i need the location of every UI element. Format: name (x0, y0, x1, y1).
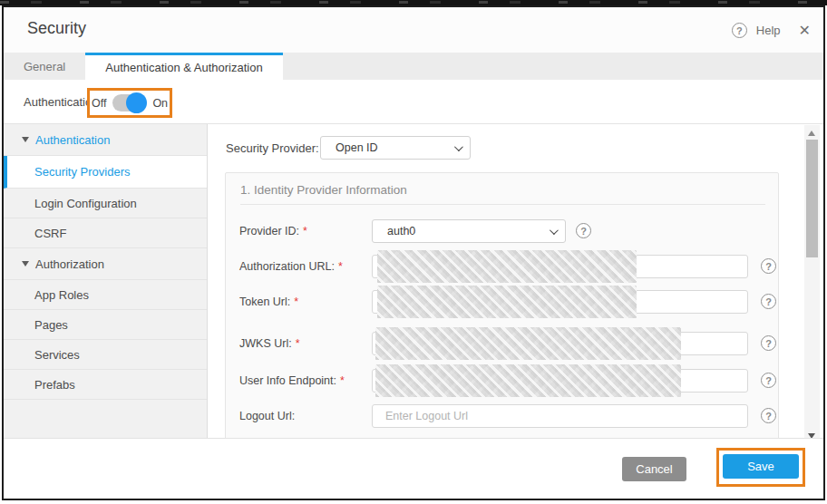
required-marker: * (294, 296, 298, 308)
scroll-up-icon[interactable] (808, 131, 815, 136)
close-icon[interactable]: ✕ (799, 22, 811, 39)
sidebar-group-label: Authentication (35, 133, 110, 147)
authentication-toggle-row: Authentication: Off On (4, 80, 823, 124)
field-help-icon[interactable]: ? (576, 223, 591, 238)
help-label[interactable]: Help (756, 24, 781, 37)
field-help-icon[interactable]: ? (761, 258, 776, 274)
sidebar-group-authentication[interactable]: Authentication (4, 124, 207, 156)
vertical-scrollbar[interactable] (804, 125, 820, 444)
sidebar-item-pages[interactable]: Pages (4, 310, 207, 340)
field-row-jwks-url: JWKS Url:* ? (226, 332, 780, 355)
field-help-icon[interactable]: ? (761, 335, 776, 351)
section-divider (240, 204, 765, 205)
highlight-box-toggle: Off On (87, 88, 172, 118)
required-marker: * (303, 225, 307, 237)
field-row-user-info-endpoint: User Info Endpoint:* ? (226, 369, 780, 393)
tab-authentication-authorization[interactable]: Authentication & Authorization (85, 53, 282, 80)
identity-provider-section: 1. Identity Provider Information Provide… (225, 172, 779, 445)
sidebar-group-authorization[interactable]: Authorization (4, 248, 207, 280)
dialog-header: Security ? Help ✕ (4, 7, 823, 53)
field-row-logout-url: Logout Url: ? (226, 404, 780, 428)
field-row-provider-id: Provider ID:* auth0 ? (226, 219, 780, 243)
sidebar-item-security-providers[interactable]: Security Providers (4, 156, 207, 189)
section-title: 1. Identity Provider Information (240, 183, 407, 197)
sidebar-item-services[interactable]: Services (4, 340, 207, 370)
security-provider-select[interactable]: Open ID (320, 136, 471, 160)
sidebar-item-login-configuration[interactable]: Login Configuration (4, 189, 207, 218)
sidebar-item-label: App Roles (34, 288, 89, 302)
required-marker: * (338, 260, 343, 273)
sidebar-item-label: Pages (34, 318, 68, 332)
sidebar-item-label: Services (34, 348, 80, 362)
field-label: User Info Endpoint: (239, 374, 336, 387)
sidebar-item-label: CSRF (34, 227, 66, 240)
security-providers-panel: Security Provider: Open ID 1. Identity P… (208, 124, 823, 445)
sidebar-item-prefabs[interactable]: Prefabs (4, 370, 207, 400)
sidebar-item-label: Prefabs (34, 378, 75, 392)
field-label: Authorization URL: (239, 260, 335, 273)
security-dialog: Security ? Help ✕ General Authentication… (2, 5, 825, 500)
required-marker: * (340, 374, 345, 387)
toggle-knob (126, 92, 147, 113)
field-label: JWKS Url: (239, 337, 292, 350)
sidebar-item-label: Security Providers (34, 165, 130, 179)
dialog-body: Authentication Security Providers Login … (4, 124, 823, 445)
dialog-title: Security (27, 19, 86, 38)
chevron-down-icon (454, 142, 463, 151)
help-icon[interactable]: ? (732, 23, 747, 38)
settings-sidebar: Authentication Security Providers Login … (4, 124, 208, 445)
dialog-footer: Cancel Save (4, 438, 823, 499)
security-provider-row: Security Provider: Open ID (208, 124, 823, 171)
scrollbar-thumb[interactable] (806, 140, 818, 257)
caret-down-icon (22, 261, 29, 267)
cancel-button[interactable]: Cancel (622, 457, 686, 481)
security-provider-value: Open ID (336, 141, 378, 154)
logout-url-input[interactable] (372, 404, 748, 428)
field-row-authorization-url: Authorization URL:* ? (226, 255, 780, 278)
field-label: Provider ID: (239, 225, 299, 237)
tab-general[interactable]: General (4, 53, 85, 80)
authentication-toggle[interactable] (112, 94, 146, 111)
chevron-down-icon (550, 226, 559, 235)
required-marker: * (296, 337, 300, 350)
field-help-icon[interactable]: ? (761, 408, 776, 423)
field-label: Logout Url: (239, 410, 295, 422)
provider-id-value: auth0 (387, 225, 415, 237)
save-button[interactable]: Save (723, 454, 799, 479)
sidebar-group-label: Authorization (35, 257, 104, 271)
toggle-off-label: Off (92, 97, 106, 110)
redacted-value-overlay (375, 327, 681, 360)
sidebar-item-label: Login Configuration (34, 197, 137, 210)
tab-bar: General Authentication & Authorization (4, 53, 823, 80)
sidebar-item-csrf[interactable]: CSRF (4, 218, 207, 248)
provider-id-select[interactable]: auth0 (372, 219, 566, 243)
redacted-value-overlay (377, 286, 637, 318)
redacted-value-overlay (375, 364, 681, 397)
caret-down-icon (22, 137, 29, 142)
redacted-value-overlay (377, 250, 637, 283)
sidebar-item-app-roles[interactable]: App Roles (4, 280, 207, 310)
field-help-icon[interactable]: ? (761, 294, 776, 309)
page: Security ? Help ✕ General Authentication… (0, 0, 827, 504)
field-help-icon[interactable]: ? (761, 373, 776, 388)
field-label: Token Url: (239, 296, 290, 308)
toggle-on-label: On (152, 97, 168, 110)
security-provider-label: Security Provider: (226, 141, 319, 155)
field-row-token-url: Token Url:* ? (226, 290, 780, 314)
